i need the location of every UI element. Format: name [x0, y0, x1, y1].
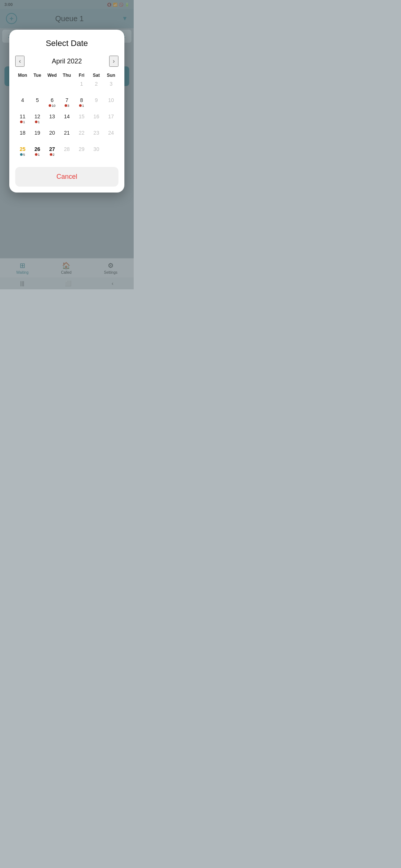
weekday-mon: Mon — [15, 71, 30, 79]
current-month-year: April 2022 — [52, 57, 82, 65]
day-4[interactable]: 4 — [15, 96, 30, 112]
day-9[interactable]: 9 — [89, 96, 104, 112]
day-8[interactable]: 8 1 — [74, 96, 89, 112]
weekday-tue: Tue — [30, 71, 45, 79]
day-19[interactable]: 19 — [30, 128, 45, 145]
day-empty-5 — [104, 145, 118, 161]
day-26[interactable]: 26 1 — [30, 145, 45, 161]
day-13[interactable]: 13 — [45, 112, 59, 128]
day-1[interactable]: 1 — [74, 79, 89, 96]
modal-title: Select Date — [15, 39, 118, 48]
cancel-button[interactable]: Cancel — [15, 167, 118, 187]
date-picker-modal: Select Date ‹ April 2022 › Mon Tue Wed T… — [9, 30, 124, 193]
prev-month-button[interactable]: ‹ — [15, 56, 25, 67]
calendar-row-2: 4 5 6 10 7 3 8 1 9 10 — [15, 96, 118, 112]
day-25[interactable]: 25 5 — [15, 145, 30, 161]
weekday-thu: Thu — [59, 71, 74, 79]
day-27[interactable]: 27 2 — [45, 145, 59, 161]
calendar-row-4: 18 19 20 21 22 23 24 — [15, 128, 118, 145]
day-28[interactable]: 28 — [59, 145, 74, 161]
day-empty-2 — [30, 79, 45, 96]
calendar-row-3: 11 1 12 1 13 14 15 16 17 — [15, 112, 118, 128]
next-month-button[interactable]: › — [109, 56, 118, 67]
day-10[interactable]: 10 — [104, 96, 118, 112]
day-11[interactable]: 11 1 — [15, 112, 30, 128]
day-empty-1 — [15, 79, 30, 96]
day-12[interactable]: 12 1 — [30, 112, 45, 128]
day-17[interactable]: 17 — [104, 112, 118, 128]
day-15[interactable]: 15 — [74, 112, 89, 128]
weekday-fri: Fri — [74, 71, 89, 79]
weekday-header-row: Mon Tue Wed Thu Fri Sat Sun — [15, 71, 118, 79]
day-24[interactable]: 24 — [104, 128, 118, 145]
modal-backdrop: Select Date ‹ April 2022 › Mon Tue Wed T… — [0, 0, 134, 289]
day-3[interactable]: 3 — [104, 79, 118, 96]
day-2[interactable]: 2 — [89, 79, 104, 96]
weekday-sat: Sat — [89, 71, 104, 79]
day-5[interactable]: 5 — [30, 96, 45, 112]
day-30[interactable]: 30 — [89, 145, 104, 161]
calendar-row-5: 25 5 26 1 27 2 28 29 30 — [15, 145, 118, 161]
day-18[interactable]: 18 — [15, 128, 30, 145]
day-empty-3 — [45, 79, 59, 96]
day-29[interactable]: 29 — [74, 145, 89, 161]
day-22[interactable]: 22 — [74, 128, 89, 145]
day-21[interactable]: 21 — [59, 128, 74, 145]
weekday-wed: Wed — [45, 71, 59, 79]
day-7[interactable]: 7 3 — [59, 96, 74, 112]
day-empty-4 — [59, 79, 74, 96]
day-16[interactable]: 16 — [89, 112, 104, 128]
calendar-row-1: 1 2 3 — [15, 79, 118, 96]
day-20[interactable]: 20 — [45, 128, 59, 145]
calendar-nav: ‹ April 2022 › — [15, 56, 118, 67]
day-6[interactable]: 6 10 — [45, 96, 59, 112]
day-14[interactable]: 14 — [59, 112, 74, 128]
day-23[interactable]: 23 — [89, 128, 104, 145]
calendar-grid: Mon Tue Wed Thu Fri Sat Sun 1 2 — [15, 71, 118, 161]
weekday-sun: Sun — [104, 71, 118, 79]
